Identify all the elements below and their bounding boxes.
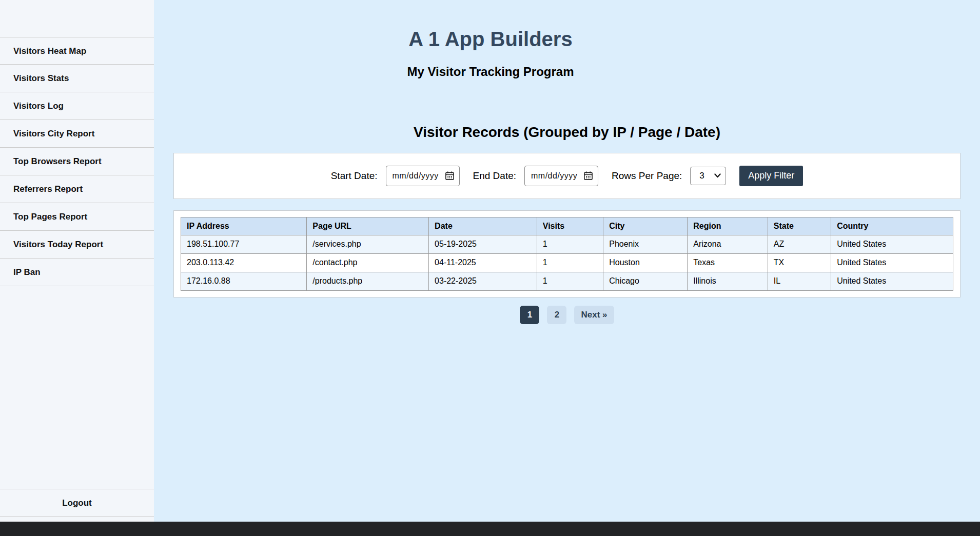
column-header-state: State <box>768 217 831 235</box>
column-header-region: Region <box>688 217 768 235</box>
cell-visits: 1 <box>537 272 603 290</box>
cell-city: Houston <box>603 253 688 272</box>
rows-per-page-select[interactable]: 3 <box>690 167 726 185</box>
chevron-down-icon <box>714 173 721 178</box>
end-date-label: End Date: <box>473 170 517 182</box>
table-header-row: IP Address Page URL Date Visits City Reg… <box>181 217 953 235</box>
rows-per-page-value: 3 <box>699 171 704 181</box>
page-button-1[interactable]: 1 <box>520 306 539 324</box>
rows-per-page-group: Rows Per Page: 3 <box>612 167 726 185</box>
cell-city: Phoenix <box>603 235 688 253</box>
column-header-page-url: Page URL <box>307 217 429 235</box>
cell-date: 03-22-2025 <box>429 272 537 290</box>
next-page-button[interactable]: Next » <box>574 306 614 324</box>
start-date-group: Start Date: mm/dd/yyyy <box>331 166 460 186</box>
end-date-placeholder: mm/dd/yyyy <box>531 171 577 181</box>
column-header-country: Country <box>831 217 953 235</box>
main-content: A 1 App Builders My Visitor Tracking Pro… <box>154 0 980 522</box>
cell-page-url: /services.php <box>307 235 429 253</box>
cell-country: United States <box>831 253 953 272</box>
logout-button[interactable]: Logout <box>0 489 154 517</box>
cell-country: United States <box>831 272 953 290</box>
apply-filter-button[interactable]: Apply Filter <box>739 166 803 186</box>
records-heading: Visitor Records (Grouped by IP / Page / … <box>173 124 961 141</box>
table-row: 172.16.0.88 /products.php 03-22-2025 1 C… <box>181 272 953 290</box>
footer <box>0 522 980 536</box>
end-date-group: End Date: mm/dd/yyyy <box>473 166 599 186</box>
start-date-input[interactable]: mm/dd/yyyy <box>386 166 460 186</box>
end-date-input[interactable]: mm/dd/yyyy <box>524 166 598 186</box>
table-row: 203.0.113.42 /contact.php 04-11-2025 1 H… <box>181 253 953 272</box>
cell-state: AZ <box>768 235 831 253</box>
sidebar-item-visitors-heat-map[interactable]: Visitors Heat Map <box>0 37 154 65</box>
table-row: 198.51.100.77 /services.php 05-19-2025 1… <box>181 235 953 253</box>
sidebar-item-visitors-city-report[interactable]: Visitors City Report <box>0 120 154 148</box>
sidebar-nav: Visitors Heat Map Visitors Stats Visitor… <box>0 37 154 286</box>
sidebar-item-visitors-today-report[interactable]: Visitors Today Report <box>0 231 154 259</box>
cell-region: Texas <box>688 253 768 272</box>
cell-ip-address: 172.16.0.88 <box>181 272 307 290</box>
page-button-2[interactable]: 2 <box>547 306 566 324</box>
sidebar-item-ip-ban[interactable]: IP Ban <box>0 259 154 286</box>
page-title: A 1 App Builders <box>154 27 827 51</box>
cell-region: Illinois <box>688 272 768 290</box>
filter-panel: Start Date: mm/dd/yyyy End Date: <box>173 153 961 199</box>
column-header-city: City <box>603 217 688 235</box>
pagination: 1 2 Next » <box>173 306 961 324</box>
cell-ip-address: 203.0.113.42 <box>181 253 307 272</box>
visitor-records-section: Visitor Records (Grouped by IP / Page / … <box>173 124 961 324</box>
column-header-date: Date <box>429 217 537 235</box>
cell-state: TX <box>768 253 831 272</box>
cell-region: Arizona <box>688 235 768 253</box>
start-date-placeholder: mm/dd/yyyy <box>393 171 439 181</box>
cell-date: 05-19-2025 <box>429 235 537 253</box>
cell-visits: 1 <box>537 253 603 272</box>
sidebar: Visitors Heat Map Visitors Stats Visitor… <box>0 0 154 522</box>
page-header: A 1 App Builders My Visitor Tracking Pro… <box>154 0 827 80</box>
cell-ip-address: 198.51.100.77 <box>181 235 307 253</box>
cell-page-url: /contact.php <box>307 253 429 272</box>
visitor-records-table: IP Address Page URL Date Visits City Reg… <box>181 217 953 291</box>
calendar-icon[interactable] <box>445 171 455 181</box>
column-header-visits: Visits <box>537 217 603 235</box>
cell-city: Chicago <box>603 272 688 290</box>
rows-per-page-label: Rows Per Page: <box>612 170 682 182</box>
cell-visits: 1 <box>537 235 603 253</box>
sidebar-item-top-browsers-report[interactable]: Top Browsers Report <box>0 148 154 175</box>
sidebar-item-visitors-stats[interactable]: Visitors Stats <box>0 65 154 92</box>
cell-country: United States <box>831 235 953 253</box>
sidebar-item-top-pages-report[interactable]: Top Pages Report <box>0 203 154 231</box>
cell-date: 04-11-2025 <box>429 253 537 272</box>
table-panel: IP Address Page URL Date Visits City Reg… <box>173 210 961 297</box>
page-subtitle: My Visitor Tracking Program <box>154 65 827 80</box>
cell-state: IL <box>768 272 831 290</box>
sidebar-item-referrers-report[interactable]: Referrers Report <box>0 175 154 203</box>
cell-page-url: /products.php <box>307 272 429 290</box>
calendar-icon[interactable] <box>583 171 593 181</box>
sidebar-item-visitors-log[interactable]: Visitors Log <box>0 92 154 120</box>
column-header-ip-address: IP Address <box>181 217 307 235</box>
start-date-label: Start Date: <box>331 170 378 182</box>
